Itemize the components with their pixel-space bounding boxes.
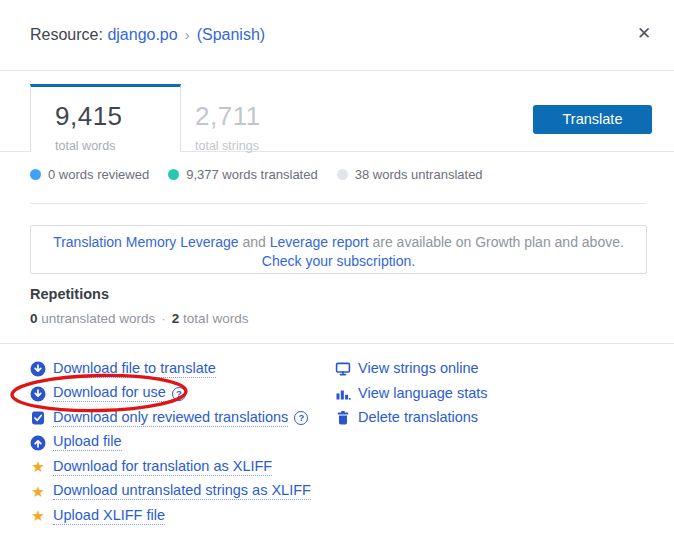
total-strings-value: 2,711 xyxy=(195,101,261,132)
legend-label: 38 words untranslated xyxy=(355,167,483,182)
leverage-report-link[interactable]: Leverage report xyxy=(270,234,369,250)
legend-label: 0 words reviewed xyxy=(48,167,149,182)
translate-button[interactable]: Translate xyxy=(533,105,652,134)
link-delete-translations[interactable]: Delete translations xyxy=(335,406,488,431)
action-label[interactable]: Download file to translate xyxy=(53,361,216,378)
link-view-strings-online[interactable]: View strings online xyxy=(335,357,488,382)
action-label[interactable]: Download for use xyxy=(53,385,166,402)
link-upload-file[interactable]: Upload file xyxy=(30,431,311,456)
link-view-language-stats[interactable]: View language stats xyxy=(335,382,488,407)
link-download-only-reviewed-translations[interactable]: Download only reviewed translations ? xyxy=(30,406,311,431)
action-label[interactable]: View language stats xyxy=(358,386,488,402)
resource-label: Resource: xyxy=(30,26,107,43)
stats-separator: · xyxy=(161,311,166,326)
action-label[interactable]: Download only reviewed translations xyxy=(53,410,288,427)
action-label[interactable]: Download for translation as XLIFF xyxy=(53,459,272,476)
bar-chart-icon xyxy=(335,386,351,402)
help-icon[interactable]: ? xyxy=(294,411,308,425)
legend-item-untranslated: 38 words untranslated xyxy=(337,167,483,182)
download-circle-icon xyxy=(30,361,46,377)
tm-leverage-link[interactable]: Translation Memory Leverage xyxy=(53,234,238,250)
words-status-legend: 0 words reviewed 9,377 words translated … xyxy=(30,167,483,182)
notice-text: and xyxy=(239,234,270,250)
link-download-untranslated-strings-as-xliff[interactable]: ★ Download untranslated strings as XLIFF xyxy=(30,480,311,505)
tab-total-words[interactable]: 9,415 total words xyxy=(30,84,181,152)
header-divider xyxy=(0,70,674,71)
reviewed-dot-icon xyxy=(30,169,41,180)
trash-icon xyxy=(335,410,351,426)
modal-title: Resource: django.po›(Spanish) xyxy=(30,26,265,44)
link-upload-xliff-file[interactable]: ★ Upload XLIFF file xyxy=(30,504,311,529)
star-icon: ★ xyxy=(30,484,46,500)
legend-item-translated: 9,377 words translated xyxy=(168,167,318,182)
plan-notice-line2: Check your subscription. xyxy=(31,252,646,271)
legend-label: 9,377 words translated xyxy=(186,167,318,182)
repetitions-stats: 0 untranslated words·2 total words xyxy=(30,311,248,326)
view-actions-column: View strings online View language stats … xyxy=(335,357,488,431)
monitor-icon xyxy=(335,361,351,377)
tab-total-strings[interactable]: 2,711 total strings xyxy=(195,101,261,153)
doc-check-icon xyxy=(30,410,46,426)
action-label[interactable]: Upload XLIFF file xyxy=(53,508,165,525)
action-label[interactable]: Upload file xyxy=(53,434,122,451)
action-label[interactable]: Delete translations xyxy=(358,410,478,426)
link-download-file-to-translate[interactable]: Download file to translate xyxy=(30,357,311,382)
action-label[interactable]: View strings online xyxy=(358,361,479,377)
plan-notice-line1: Translation Memory Leverage and Leverage… xyxy=(31,233,646,252)
untranslated-words-count: 0 xyxy=(30,311,38,326)
check-subscription-link[interactable]: Check your subscription. xyxy=(262,253,415,269)
translated-dot-icon xyxy=(168,169,179,180)
plan-notice-box: Translation Memory Leverage and Leverage… xyxy=(30,225,647,274)
resource-name-link[interactable]: django.po xyxy=(107,26,177,43)
download-circle-icon xyxy=(30,386,46,402)
help-icon[interactable]: ? xyxy=(172,387,186,401)
star-icon: ★ xyxy=(30,508,46,524)
total-words-label: total words xyxy=(179,311,248,326)
language-link[interactable]: (Spanish) xyxy=(197,26,265,43)
notice-text: are available on Growth plan and above. xyxy=(369,234,624,250)
total-strings-caption: total strings xyxy=(195,139,261,153)
untranslated-dot-icon xyxy=(337,169,348,180)
star-icon: ★ xyxy=(30,459,46,475)
resource-details-modal: Resource: django.po›(Spanish) ✕ 9,415 to… xyxy=(0,0,674,536)
actions-divider xyxy=(0,343,674,344)
close-icon[interactable]: ✕ xyxy=(634,24,654,44)
total-words-value: 9,415 xyxy=(55,101,180,132)
link-download-for-use[interactable]: Download for use ? xyxy=(30,382,311,407)
legend-item-reviewed: 0 words reviewed xyxy=(30,167,149,182)
untranslated-words-label: untranslated words xyxy=(38,311,156,326)
file-actions-column: Download file to translate Download for … xyxy=(30,357,311,529)
total-words-caption: total words xyxy=(55,139,180,153)
repetitions-title: Repetitions xyxy=(30,286,109,302)
legend-divider xyxy=(30,203,646,204)
upload-circle-icon xyxy=(30,435,46,451)
action-label[interactable]: Download untranslated strings as XLIFF xyxy=(53,483,311,500)
breadcrumb-chevron-icon: › xyxy=(185,26,190,43)
link-download-for-translation-as-xliff[interactable]: ★ Download for translation as XLIFF xyxy=(30,455,311,480)
